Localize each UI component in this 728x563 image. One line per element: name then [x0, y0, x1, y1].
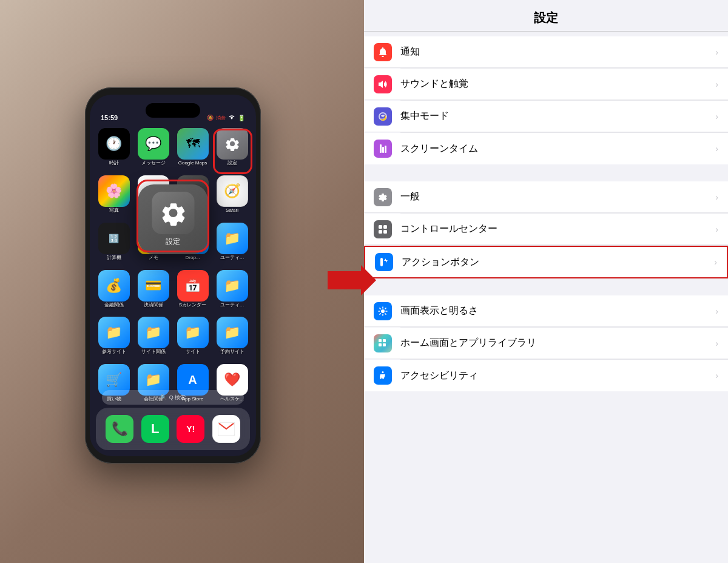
app-maps[interactable]: 🗺 Google Maps — [175, 128, 211, 172]
dock-yahoo[interactable]: Y! — [177, 415, 204, 443]
settings-item-focus[interactable]: 🌙 集中モード › — [364, 101, 728, 132]
settings-item-controlcenter[interactable]: コントロールセンター › — [364, 214, 728, 245]
settings-item-general[interactable]: 一般 › — [364, 181, 728, 213]
svg-rect-3 — [380, 144, 382, 153]
settings-item-notifications[interactable]: 通知 › — [364, 36, 728, 68]
svg-rect-10 — [380, 258, 383, 266]
settings-section-2: 一般 › コントロールセンター › — [364, 181, 728, 278]
display-label: 画面表示と明るさ — [400, 305, 710, 317]
app-clock-icon: 🕐 — [98, 128, 130, 160]
settings-section-1: 通知 › サウンドと触覚 › 🌙 集中モード › — [364, 32, 728, 164]
app-booking-icon: 📁 — [217, 317, 248, 348]
dock-phone-icon: 📞 — [106, 415, 133, 443]
svg-rect-22 — [379, 343, 382, 346]
svg-rect-8 — [379, 230, 382, 234]
svg-marker-1 — [328, 265, 376, 295]
settings-item-homescreen[interactable]: ホーム画面とアプリライブラリ › — [364, 328, 728, 359]
search-bar[interactable]: 🔍 Q 検索 — [102, 390, 244, 405]
app-photos[interactable]: 🌸 写真 — [96, 175, 132, 219]
app-clock-label: 時計 — [109, 161, 119, 166]
app-settings-top[interactable]: 設定 — [214, 128, 250, 172]
controlcenter-label: コントロールセンター — [400, 223, 710, 235]
app-grid: 🕐 時計 💬 メッセージ 🗺 Google Maps — [96, 128, 250, 408]
actionbutton-label: アクションボタン — [402, 256, 709, 269]
svg-rect-21 — [383, 339, 386, 342]
app-site-rel-icon: 📁 — [138, 317, 169, 348]
homescreen-icon — [374, 334, 392, 352]
search-icon: 🔍 — [160, 394, 167, 400]
svg-line-19 — [380, 313, 380, 314]
app-site-rel-label: サイト関係 — [141, 349, 166, 355]
svg-rect-6 — [379, 225, 382, 229]
app-payment-icon: 💳 — [138, 270, 169, 302]
app-messages[interactable]: 💬 メッセージ — [135, 128, 171, 172]
app-finance[interactable]: 💰 金融関係 — [96, 270, 132, 314]
homescreen-label: ホーム画面とアプリライブラリ — [400, 337, 710, 349]
app-site[interactable]: 📁 サイト — [175, 317, 211, 360]
app-calc-label: 計算機 — [107, 255, 121, 261]
general-chevron: › — [715, 192, 718, 202]
phone-screen: 15:59 🔕 消音 🔋 🕐 時計 💬 — [90, 95, 256, 456]
sounds-label: サウンドと触覚 — [400, 78, 710, 90]
svg-line-18 — [385, 308, 386, 308]
controlcenter-chevron: › — [715, 224, 718, 234]
app-booking[interactable]: 📁 予約サイト — [214, 317, 250, 360]
search-label: Q 検索 — [169, 394, 186, 402]
notifications-icon — [374, 43, 392, 61]
dock-phone[interactable]: 📞 — [106, 415, 133, 443]
app-photos-label: 写真 — [109, 208, 119, 214]
settings-item-actionbutton[interactable]: アクションボタン › — [364, 246, 728, 278]
focus-icon: 🌙 — [374, 107, 392, 126]
sounds-chevron: › — [715, 79, 718, 89]
app-util1[interactable]: 📁 ユーティ… — [214, 223, 250, 266]
app-ref-site[interactable]: 📁 参考サイト — [96, 317, 132, 360]
section-gap-2 — [364, 278, 728, 295]
actionbutton-icon — [375, 253, 393, 271]
svg-text:🌙: 🌙 — [380, 114, 387, 121]
settings-title: 設定 — [534, 11, 558, 24]
accessibility-label: アクセシビリティ — [400, 369, 710, 382]
app-scal[interactable]: 📅 Sカレンダー — [175, 270, 211, 314]
app-safari[interactable]: 🧭 Safari — [214, 175, 250, 219]
homescreen-chevron: › — [715, 339, 718, 348]
app-util1-icon: 📁 — [217, 223, 248, 254]
app-messages-label: メッセージ — [141, 161, 166, 166]
general-label: 一般 — [400, 190, 710, 203]
app-payment-label: 決済関係 — [144, 303, 163, 308]
app-settings-top-icon — [217, 128, 248, 160]
app-payment[interactable]: 💳 決済関係 — [135, 270, 171, 314]
actionbutton-chevron: › — [714, 257, 717, 267]
app-ref-site-icon: 📁 — [98, 317, 130, 348]
settings-item-display[interactable]: 画面表示と明るさ › — [364, 295, 728, 327]
accessibility-icon — [374, 366, 392, 385]
svg-point-24 — [382, 371, 384, 373]
sounds-icon — [374, 75, 392, 93]
dock-gmail[interactable] — [212, 415, 240, 443]
app-maps-icon: 🗺 — [177, 128, 209, 160]
settings-item-sounds[interactable]: サウンドと触覚 › — [364, 69, 728, 100]
dock-line[interactable]: L — [141, 415, 169, 443]
section-gap-1 — [364, 164, 728, 181]
app-util1-label: ユーティ… — [220, 255, 244, 261]
settings-header: 設定 — [364, 0, 728, 32]
settings-panel: 設定 通知 › サウンドと触覚 › — [364, 0, 728, 563]
app-clock[interactable]: 🕐 時計 — [96, 128, 132, 172]
svg-rect-5 — [385, 146, 386, 153]
svg-rect-7 — [383, 225, 387, 229]
settings-list: 通知 › サウンドと触覚 › 🌙 集中モード › — [364, 32, 728, 563]
app-folder-util2[interactable]: 📁 ユーティ… — [214, 270, 250, 314]
app-scal-label: Sカレンダー — [179, 303, 206, 308]
mute-icon: 🔕 — [207, 115, 214, 121]
settings-item-accessibility[interactable]: アクセシビリティ › — [364, 360, 728, 391]
settings-section-3: 画面表示と明るさ › ホーム画面とアプリライブラリ › — [364, 295, 728, 391]
app-site-rel[interactable]: 📁 サイト関係 — [135, 317, 171, 360]
dynamic-island — [146, 103, 200, 118]
app-calc-icon: 🔢 — [98, 223, 130, 254]
app-dropbox-label: Drop... — [185, 255, 200, 261]
settings-item-screentime[interactable]: スクリーンタイム › — [364, 133, 728, 164]
accessibility-chevron: › — [715, 371, 718, 380]
wifi-icon — [228, 114, 235, 121]
app-calc[interactable]: 🔢 計算機 — [96, 223, 132, 266]
app-maps-label: Google Maps — [178, 161, 207, 166]
svg-line-17 — [385, 313, 386, 314]
